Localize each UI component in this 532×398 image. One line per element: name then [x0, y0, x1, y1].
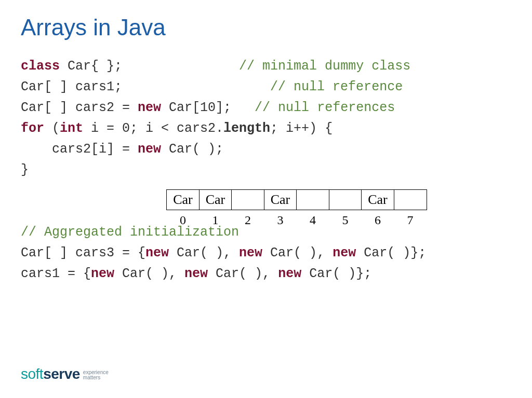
code-text: Car( )};: [301, 266, 371, 281]
keyword-new: new: [138, 100, 161, 115]
keyword-for: for: [21, 121, 44, 136]
code-text: i = 0; i < cars2.: [83, 121, 223, 136]
array-index: 1: [199, 213, 232, 227]
array-index: 5: [329, 213, 362, 227]
keyword-class: class: [21, 59, 60, 74]
softserve-logo: softserve experience matters: [21, 366, 109, 382]
code-line-9: Car[ ] cars3 = {new Car( ), new Car( ), …: [21, 243, 511, 264]
array-index: 2: [231, 213, 264, 227]
array-cell: [329, 189, 362, 210]
code-text: (: [44, 121, 60, 136]
code-text: cars1 = {: [21, 266, 91, 281]
keyword-new: new: [91, 266, 114, 281]
code-text: Car( );: [161, 142, 223, 157]
code-text: cars2[i] =: [21, 142, 138, 157]
code-line-3: Car[ ] cars2 = new Car[10]; // null refe…: [21, 98, 511, 118]
logo-serve: serve: [43, 366, 80, 382]
array-index: 3: [264, 213, 297, 227]
array-index-row: 0 1 2 3 4 5 6 7: [166, 213, 427, 227]
code-text: Car{ };: [60, 59, 122, 74]
code-line-6: }: [21, 160, 511, 181]
keyword-new: new: [278, 266, 301, 281]
code-text: Car( )};: [356, 245, 426, 260]
code-text: Car[10];: [161, 100, 231, 115]
keyword-new: new: [145, 245, 169, 260]
array-cells-row: Car Car Car Car: [166, 189, 427, 210]
code-text: Car( ),: [262, 245, 332, 260]
array-cell: [394, 189, 427, 210]
logo-text: softserve: [21, 366, 80, 382]
logo-soft: soft: [21, 366, 43, 382]
array-index: 7: [394, 213, 427, 227]
code-line-10: cars1 = {new Car( ), new Car( ), new Car…: [21, 264, 511, 284]
array-cell: Car: [264, 189, 297, 210]
comment: // null references: [255, 100, 395, 115]
code-text: Car( ),: [114, 266, 184, 281]
code-text: Car[ ] cars1;: [21, 79, 122, 94]
keyword-new: new: [184, 266, 208, 281]
code-text: Car( ),: [208, 266, 278, 281]
comment: // null reference: [270, 79, 403, 94]
logo-tag-line2: matters: [83, 375, 109, 381]
array-cell: Car: [361, 189, 394, 210]
code-text: Car( ),: [169, 245, 239, 260]
array-cell: Car: [199, 189, 232, 210]
code-pad: [231, 100, 255, 115]
code-pad: [122, 59, 239, 74]
keyword-int: int: [60, 121, 83, 136]
keyword-new: new: [138, 142, 161, 157]
code-block: class Car{ }; // minimal dummy class Car…: [21, 56, 511, 284]
keyword-new: new: [239, 245, 262, 260]
code-line-2: Car[ ] cars1; // null reference: [21, 77, 511, 98]
array-index: 6: [361, 213, 394, 227]
code-line-5: cars2[i] = new Car( );: [21, 139, 511, 160]
code-line-1: class Car{ }; // minimal dummy class: [21, 56, 511, 77]
code-pad: [122, 79, 270, 94]
code-text: Car[ ] cars3 = {: [21, 245, 145, 260]
page-title: Arrays in Java: [21, 15, 511, 40]
array-cell: [296, 189, 329, 210]
array-diagram: Car Car Car Car 0 1 2 3 4 5 6 7: [166, 189, 427, 227]
array-cell: [231, 189, 264, 210]
code-text: Car[ ] cars2 =: [21, 100, 138, 115]
comment: // minimal dummy class: [239, 59, 410, 74]
code-text: }: [21, 162, 29, 177]
keyword-new: new: [332, 245, 356, 260]
code-line-4: for (int i = 0; i < cars2.length; i++) {: [21, 118, 511, 139]
array-index: 4: [296, 213, 329, 227]
code-text: ; i++) {: [270, 121, 332, 136]
code-bold: length: [223, 121, 270, 136]
array-cell: Car: [166, 189, 200, 210]
logo-tagline: experience matters: [83, 370, 109, 381]
array-index: 0: [166, 213, 200, 227]
